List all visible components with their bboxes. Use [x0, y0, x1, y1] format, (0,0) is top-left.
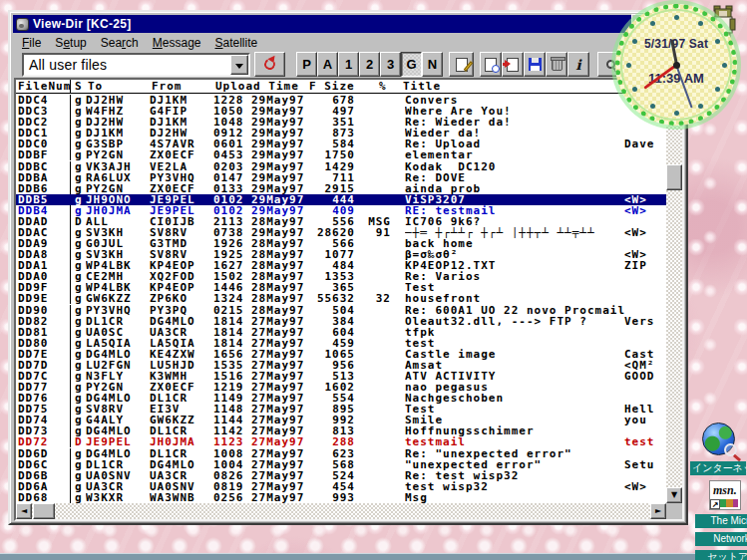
vertical-scroll-thumb[interactable] [666, 164, 682, 190]
scroll-down-button[interactable]: ▼ [666, 487, 682, 503]
table-row[interactable]: DD82 g DL1CR DG4MLO 1814 27May97 384 Ole… [16, 316, 666, 327]
table-row[interactable]: DD7E g DG4MLO KE4ZXW 1656 27May97 1065 C… [16, 349, 666, 360]
cell-upload-time: 1925 [213, 249, 251, 260]
cell-filenum: DDC0 [16, 139, 70, 149]
table-row[interactable]: DDA9 g G0JUL G3TMD 1926 28May97 566 back… [16, 238, 666, 249]
filter-button-3[interactable]: 3 [380, 52, 401, 77]
header-from[interactable]: From [152, 80, 183, 93]
table-row[interactable]: DDAC g SV3KH SV8RV 0738 29May97 28620 91… [16, 227, 666, 238]
header-to[interactable]: To [88, 80, 103, 93]
cell-size: 2915 [313, 183, 355, 194]
msn-icon-label-line1: The Microso [695, 514, 747, 528]
cell-title: tfpk [405, 327, 666, 338]
filter-button-p[interactable]: P [296, 52, 317, 77]
new-message-button[interactable] [449, 52, 474, 77]
cell-filenum: DD68 [16, 492, 70, 503]
clock-tick [674, 111, 679, 116]
cell-from: UA0SNV [150, 481, 213, 492]
menu-item-message[interactable]: Message [146, 35, 208, 51]
cell-filenum: DD7C [16, 371, 70, 382]
desktop-icon-msn-setup[interactable]: msn. ↗ The Microso Network の セットアップ [695, 480, 747, 560]
cell-filenum: DDBF [16, 149, 70, 160]
table-row[interactable]: DD73 g DG4MLO DL1CR 1142 27May97 813 Hof… [16, 425, 666, 436]
table-row[interactable]: DD68 g W3KXR WA3WNB 0256 27May97 993 Msg [16, 492, 666, 503]
table-row[interactable]: DDBC g VK3AJH VE2LA 0203 29May97 1429 Ko… [16, 160, 666, 171]
filter-button-n[interactable]: N [422, 52, 443, 77]
menu-item-satellite[interactable]: Satellite [208, 35, 265, 51]
file-filter-combo[interactable]: All user files [22, 53, 250, 77]
horizontal-scroll-thumb[interactable] [33, 503, 55, 519]
cell-upload-time: 1142 [213, 425, 251, 436]
table-row[interactable]: DD9F g WP4LBK KP4EOP 1446 28May97 365 Te… [16, 282, 666, 293]
table-row[interactable]: DD6C g DL1CR DG4MLO 1004 27May97 568 "un… [16, 459, 666, 470]
table-row[interactable]: DDA1 g WP4LBK KP4EOP 1627 28May97 484 KP… [16, 260, 666, 271]
table-row[interactable]: DD90 g PY3VHQ PY3PQ 0215 28May97 504 Re:… [16, 304, 666, 315]
menu-item-search[interactable]: Search [94, 35, 146, 51]
save-button[interactable] [524, 52, 546, 77]
cell-percent: 32 [355, 293, 391, 304]
table-row[interactable]: DD76 g DG4MLO DL1CR 1149 27May97 554 Nac… [16, 393, 666, 404]
header-percent[interactable]: % [379, 80, 387, 93]
clock-widget[interactable]: 5/31/97 Sat 11:39 AM [615, 4, 737, 126]
refresh-button[interactable] [254, 52, 285, 77]
cell-to: SV8RV [86, 404, 150, 415]
table-row[interactable]: DDC0 g G3SBP 4S7AVR 0601 29May97 584 Re:… [16, 139, 666, 149]
table-row[interactable]: DDBA g RA6LUX PY3VHQ 0147 29May97 711 Re… [16, 172, 666, 183]
info-button[interactable]: i [567, 52, 589, 77]
table-row[interactable]: DDBF g PY2GN ZX0ECF 0453 29May97 1750 el… [16, 149, 666, 160]
table-row[interactable]: DDA8 g SV3KH SV8RV 1925 28May97 1077 β=σ… [16, 249, 666, 260]
cell-size: 1429 [313, 161, 355, 172]
table-row[interactable]: DDB5 g JH9ONO JE9PEL 0102 29May97 444 Vi… [16, 194, 666, 205]
delete-button[interactable] [546, 52, 567, 77]
table-row[interactable]: DD77 g PY2GN ZX0ECF 1219 27May97 1602 na… [16, 382, 666, 393]
cell-upload-date: 28May97 [251, 260, 313, 271]
schedule-button[interactable] [480, 52, 502, 77]
table-row[interactable]: DDB4 g JH0JMA JE9PEL 0102 29May97 409 RE… [16, 205, 666, 216]
table-row[interactable]: DD6B g UA0SNV UA3CR 0826 27May97 524 Re:… [16, 470, 666, 481]
table-row[interactable]: DD7D g LU2FGN LU5HJD 1535 27May97 956 Am… [16, 360, 666, 371]
import-button[interactable] [502, 52, 524, 77]
app-icon[interactable] [16, 18, 29, 31]
table-row[interactable]: DDC3 g W4FHZ G4FIP 1050 29May97 497 Wher… [16, 106, 666, 117]
scroll-left-button[interactable]: ◄ [16, 503, 32, 519]
table-row[interactable]: DD74 g G4ALY GW6KZZ 1144 27May97 992 Smi… [16, 415, 666, 425]
taskbar-edge[interactable] [0, 553, 747, 560]
table-row[interactable]: DD81 g UA0SC UA3CR 1814 27May97 604 tfpk [16, 327, 666, 338]
header-title[interactable]: Title [403, 80, 441, 93]
menu-item-file[interactable]: File [15, 35, 48, 51]
menu-item-setup[interactable]: Setup [48, 35, 93, 51]
header-s[interactable]: S [75, 80, 83, 93]
filter-button-a[interactable]: A [317, 52, 338, 77]
file-list-panel: FileNum S To From Upload Time F Size % T… [14, 78, 684, 521]
table-row[interactable]: DDB6 g PY2GN ZX0ECF 0133 29May97 2915 ai… [16, 183, 666, 194]
table-row[interactable]: DDAD D ALL CI0IJB 2113 28May97 556 MSG I… [16, 216, 666, 227]
cell-size: 484 [313, 260, 355, 271]
filter-button-1[interactable]: 1 [338, 52, 359, 77]
titlebar[interactable]: View-Dir [KC-25] [13, 15, 683, 33]
cell-filenum: DDBC [16, 161, 70, 172]
cell-from: JE9PEL [150, 205, 213, 216]
table-row[interactable]: DD75 g SV8RV EI3V 1148 27May97 895 Test … [16, 404, 666, 415]
vertical-scrollbar[interactable]: ▲ ▼ [666, 95, 682, 503]
cell-size: 993 [313, 492, 355, 503]
header-upload-time[interactable]: Upload Time [215, 80, 299, 93]
table-row[interactable]: DD80 g LA5QIA LA5QIA 1814 27May97 459 te… [16, 338, 666, 349]
table-row[interactable]: DDA0 g CE2MH XQ2FOD 1502 28May97 1353 Re… [16, 271, 666, 282]
table-row[interactable]: DD7C g N3FLY K3WMH 1516 27May97 513 ATV … [16, 371, 666, 382]
scroll-right-button[interactable]: ► [650, 503, 666, 519]
horizontal-scrollbar[interactable]: ◄ ► [16, 503, 666, 519]
table-row[interactable]: DDC2 g DJ2HW DJ1KM 1048 29May97 351 Re: … [16, 117, 666, 128]
table-row[interactable]: DD9E g GW6KZZ ZP6KO 1324 28May97 55632 3… [16, 293, 666, 304]
table-row[interactable]: DDC1 g DJ1KM DJ2HW 0912 29May97 873 Wied… [16, 128, 666, 139]
cell-filenum: DD82 [16, 316, 70, 327]
desktop-icon-internet[interactable]: インターネット [690, 422, 746, 475]
table-row[interactable]: DD6A g UA3CR UA0SNV 0819 27May97 454 tes… [16, 481, 666, 492]
filter-button-g[interactable]: G [401, 52, 422, 77]
table-row[interactable]: DDC4 g DJ2HW DJ1KM 1228 29May97 678 Conv… [16, 95, 666, 106]
table-row[interactable]: DD72 D JE9PEL JH0JMA 1123 27May97 288 te… [16, 436, 666, 447]
filter-button-2[interactable]: 2 [359, 52, 380, 77]
table-row[interactable]: DD6D g DG4MLO DL1CR 1008 27May97 623 Re:… [16, 448, 666, 459]
header-f-size[interactable]: F Size [309, 80, 355, 93]
combo-dropdown-button[interactable] [230, 55, 248, 75]
header-filenum[interactable]: FileNum [18, 80, 71, 93]
